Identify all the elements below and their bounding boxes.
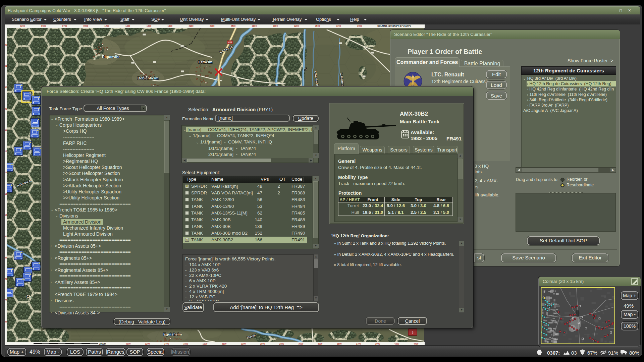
svg-text:Eguisheim: Eguisheim <box>163 332 182 336</box>
svg-text:Beblenheim: Beblenheim <box>138 76 159 80</box>
svg-text:Ostheim: Ostheim <box>198 60 212 64</box>
svg-text:Riquewihr: Riquewihr <box>102 55 120 59</box>
svg-text:Ch: Ch <box>26 295 31 299</box>
svg-text:3: 3 <box>412 331 413 334</box>
svg-text:N83: N83 <box>228 41 232 44</box>
